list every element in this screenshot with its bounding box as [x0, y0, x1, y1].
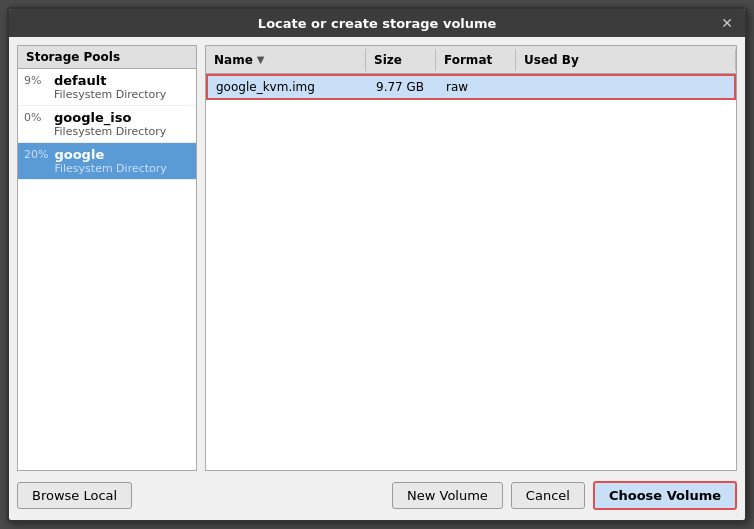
pool-percent: 9% — [24, 74, 48, 87]
col-header-name[interactable]: Name ▼ — [206, 49, 366, 71]
cancel-button[interactable]: Cancel — [511, 482, 585, 509]
vol-name: google_kvm.img — [216, 80, 376, 94]
storage-pools-header: Storage Pools — [18, 46, 196, 69]
col-header-size: Size — [366, 49, 436, 71]
dialog-title: Locate or create storage volume — [37, 16, 717, 31]
titlebar: Locate or create storage volume ✕ — [9, 9, 745, 37]
vol-format: raw — [446, 80, 526, 94]
volume-list: google_kvm.img 9.77 GB raw — [206, 74, 736, 470]
close-icon[interactable]: ✕ — [717, 15, 737, 31]
col-name-label: Name — [214, 53, 253, 67]
volumes-header: Name ▼ Size Format Used By — [206, 46, 736, 74]
pool-type: Filesystem Directory — [54, 88, 166, 101]
choose-volume-button[interactable]: Choose Volume — [593, 481, 737, 510]
pool-list: 9% default Filesystem Directory 0% googl… — [18, 69, 196, 470]
pool-item-google-iso[interactable]: 0% google_iso Filesystem Directory — [18, 106, 196, 143]
pool-item-default[interactable]: 9% default Filesystem Directory — [18, 69, 196, 106]
content-area: Storage Pools 9% default Filesystem Dire… — [9, 37, 745, 520]
pool-type: Filesystem Directory — [54, 125, 166, 138]
pool-info: google_iso Filesystem Directory — [54, 110, 166, 138]
volumes-panel: Name ▼ Size Format Used By google_ — [205, 45, 737, 471]
main-panels: Storage Pools 9% default Filesystem Dire… — [17, 45, 737, 471]
pool-name: google — [54, 147, 166, 162]
bottom-bar: Browse Local New Volume Cancel Choose Vo… — [17, 477, 737, 512]
bottom-right-buttons: New Volume Cancel Choose Volume — [392, 481, 737, 510]
vol-size: 9.77 GB — [376, 80, 446, 94]
new-volume-button[interactable]: New Volume — [392, 482, 503, 509]
dialog: Locate or create storage volume ✕ Storag… — [7, 7, 747, 522]
pool-name: google_iso — [54, 110, 166, 125]
col-header-usedby: Used By — [516, 49, 736, 71]
pool-percent: 20% — [24, 148, 48, 161]
storage-pools-panel: Storage Pools 9% default Filesystem Dire… — [17, 45, 197, 471]
bottom-left-buttons: Browse Local — [17, 482, 132, 509]
col-size-label: Size — [374, 53, 402, 67]
volume-row[interactable]: google_kvm.img 9.77 GB raw — [206, 74, 736, 100]
pool-info: google Filesystem Directory — [54, 147, 166, 175]
col-usedby-label: Used By — [524, 53, 579, 67]
col-format-label: Format — [444, 53, 492, 67]
pool-type: Filesystem Directory — [54, 162, 166, 175]
pool-name: default — [54, 73, 166, 88]
pool-percent: 0% — [24, 111, 48, 124]
browse-local-button[interactable]: Browse Local — [17, 482, 132, 509]
col-name-dropdown-icon: ▼ — [257, 54, 265, 65]
col-header-format: Format — [436, 49, 516, 71]
pool-info: default Filesystem Directory — [54, 73, 166, 101]
pool-item-google[interactable]: 20% google Filesystem Directory — [18, 143, 196, 180]
